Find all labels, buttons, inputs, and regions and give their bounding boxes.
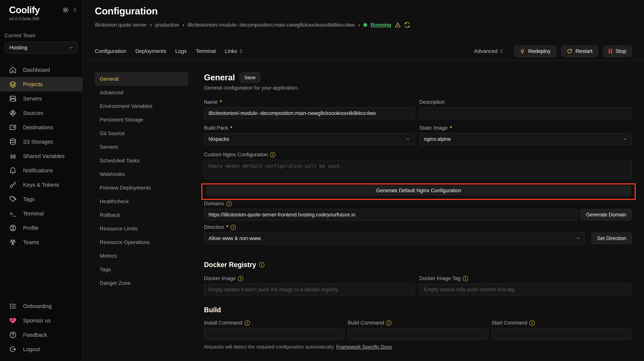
build-command-input[interactable] xyxy=(348,328,488,340)
set-direction-button[interactable]: Set Direction xyxy=(591,232,632,244)
key-icon xyxy=(9,181,16,189)
sidebar-item-servers[interactable]: Servers xyxy=(0,92,82,106)
subnav-danger-zone[interactable]: Danger Zone xyxy=(95,276,188,290)
generate-nginx-button[interactable]: Generate Default Nginx Configuration xyxy=(206,186,631,195)
tab-terminal[interactable]: Terminal xyxy=(196,48,216,54)
subnav-preview-deployments[interactable]: Preview Deployments xyxy=(95,181,188,195)
advanced-dropdown[interactable]: Advanced xyxy=(474,48,504,54)
tab-logs[interactable]: Logs xyxy=(175,48,187,54)
restart-button[interactable]: Restart xyxy=(561,45,598,57)
info-icon[interactable]: i xyxy=(386,320,392,326)
sidebar-item-tags[interactable]: Tags xyxy=(0,192,82,206)
name-input[interactable] xyxy=(204,107,415,119)
subnav-environment-variables[interactable]: Environment Variables xyxy=(95,99,188,113)
sidebar-nav: Dashboard Projects Servers Sources Desti… xyxy=(0,63,82,249)
sidebar-item-feedback[interactable]: Feedback xyxy=(0,328,82,342)
theme-toggle-sun-icon[interactable] xyxy=(62,7,69,13)
save-button[interactable]: Save xyxy=(240,72,260,83)
framework-docs-link[interactable]: Framework Specific Docs xyxy=(336,344,392,350)
breadcrumb-resource[interactable]: illicitestonion/-module--decomposition:m… xyxy=(188,22,355,28)
team-select[interactable]: Hosting xyxy=(4,42,78,54)
custom-nginx-textarea[interactable] xyxy=(204,160,632,179)
variable-icon: (x) xyxy=(9,152,16,160)
subnav-webhooks[interactable]: Webhooks xyxy=(95,167,188,181)
build-pack-select[interactable]: Nixpacks xyxy=(204,133,415,145)
static-image-label: Static Image xyxy=(419,125,448,131)
chevron-down-icon xyxy=(68,45,74,50)
sidebar-item-projects[interactable]: Projects xyxy=(0,77,82,92)
sidebar-item-onboarding[interactable]: Onboarding xyxy=(0,299,82,313)
sidebar-item-dashboard[interactable]: Dashboard xyxy=(0,63,82,77)
user-icon xyxy=(9,224,16,232)
sidebar-item-logout[interactable]: Logout xyxy=(0,342,82,356)
info-icon[interactable]: i xyxy=(238,276,243,281)
docker-image-tag-input[interactable] xyxy=(419,284,632,295)
nixpacks-note: Nixpacks will detect the required config… xyxy=(204,344,632,350)
tabs-row: Configuration Deployments Logs Terminal … xyxy=(95,45,632,57)
theme-select-chevrons-icon[interactable] xyxy=(72,7,77,13)
subnav-resource-limits[interactable]: Resource Limits xyxy=(95,222,188,235)
section-subheading: General configuration for your applicati… xyxy=(204,85,632,91)
tab-links[interactable]: Links xyxy=(225,48,243,54)
subnav-tags[interactable]: Tags xyxy=(95,263,188,276)
info-icon[interactable]: i xyxy=(244,320,250,326)
subnav-servers[interactable]: Servers xyxy=(95,140,188,154)
terminal-icon: >_ xyxy=(9,210,16,217)
server-icon xyxy=(9,95,16,102)
sidebar: Coolify v4.0.0-beta.399 Current Team Hos… xyxy=(0,0,83,361)
generate-domain-button[interactable]: Generate Domain xyxy=(580,209,632,221)
info-icon[interactable]: i xyxy=(259,262,264,267)
subnav-rollback[interactable]: Rollback xyxy=(95,208,188,222)
domains-input[interactable] xyxy=(204,209,578,221)
breadcrumb-project[interactable]: illicitonion quote server xyxy=(95,22,147,28)
sidebar-item-sources[interactable]: Sources xyxy=(0,106,82,120)
subnav-persistent-storage[interactable]: Persistent Storage xyxy=(95,113,188,127)
sidebar-item-profile[interactable]: Profile xyxy=(0,221,82,235)
info-icon[interactable]: i xyxy=(226,201,232,206)
map-icon xyxy=(9,124,16,131)
chevron-down-icon xyxy=(405,137,410,142)
sidebar-item-shared-variables[interactable]: (x) Shared Variables xyxy=(0,149,82,163)
refresh-icon[interactable] xyxy=(404,22,410,28)
pause-icon xyxy=(609,49,612,54)
coolify-app: Coolify v4.0.0-beta.399 Current Team Hos… xyxy=(0,0,644,361)
subnav-general[interactable]: General xyxy=(95,72,188,86)
subnav-git-source[interactable]: Git Source xyxy=(95,127,188,140)
start-command-input[interactable] xyxy=(492,328,632,340)
info-icon[interactable]: i xyxy=(463,276,468,281)
status-running-link[interactable]: Running xyxy=(370,22,391,28)
chevrons-up-down-icon xyxy=(239,49,243,54)
tab-deployments[interactable]: Deployments xyxy=(136,48,166,54)
status-dot xyxy=(363,23,367,27)
sidebar-item-keys-tokens[interactable]: Keys & Tokens xyxy=(0,178,82,192)
subnav-scheduled-tasks[interactable]: Scheduled Tasks xyxy=(95,154,188,167)
sidebar-footer-nav: Onboarding Sponsor us Feedback Logout xyxy=(0,299,82,356)
breadcrumb-environment[interactable]: production xyxy=(155,22,179,28)
sidebar-item-s3-storages[interactable]: S3 Storages xyxy=(0,135,82,149)
install-command-label: Install Command xyxy=(204,320,242,326)
sidebar-item-terminal[interactable]: >_ Terminal xyxy=(0,206,82,221)
subnav-metrics[interactable]: Metrics xyxy=(95,249,188,263)
direction-select[interactable]: Allow www & non-www. xyxy=(204,232,585,244)
install-command-input[interactable] xyxy=(204,328,344,340)
info-icon[interactable]: i xyxy=(270,152,275,157)
subnav-advanced[interactable]: Advanced xyxy=(95,86,188,99)
stop-button[interactable]: Stop xyxy=(603,45,632,57)
redeploy-button[interactable]: Redeploy xyxy=(514,45,556,57)
warning-icon[interactable] xyxy=(395,22,401,28)
docker-image-input[interactable] xyxy=(204,284,415,295)
sidebar-item-sponsor[interactable]: Sponsor us xyxy=(0,313,82,328)
subnav-resource-operations[interactable]: Resource Operations xyxy=(95,235,188,249)
app-logo: Coolify xyxy=(9,5,40,16)
tab-configuration[interactable]: Configuration xyxy=(95,48,126,54)
static-image-select[interactable]: nginx:alpine xyxy=(419,133,632,145)
restart-icon xyxy=(567,48,572,54)
sidebar-item-teams[interactable]: Teams xyxy=(0,235,82,249)
description-input[interactable] xyxy=(419,107,632,119)
sidebar-item-destinations[interactable]: Destinations xyxy=(0,120,82,135)
info-icon[interactable]: i xyxy=(530,320,535,326)
subnav-healthcheck[interactable]: Healthcheck xyxy=(95,195,188,208)
sidebar-item-notifications[interactable]: Notifications xyxy=(0,163,82,178)
build-pack-label: Build Pack xyxy=(204,125,228,131)
info-icon[interactable]: i xyxy=(230,225,236,230)
